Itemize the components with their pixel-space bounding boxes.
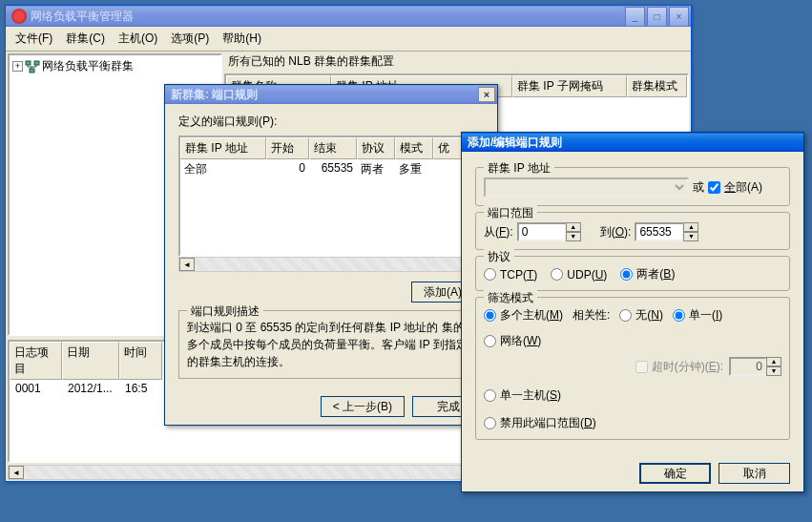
rule-cell-start: 0 [266,160,309,178]
col-mode[interactable]: 群集模式 [627,75,687,97]
aff-single-radio[interactable] [673,309,685,322]
rules-table: 群集 IP 地址 开始 结束 协议 模式 优 全部 0 65535 两者 多重 [178,136,484,257]
rules-scrollbar[interactable]: ◄ ► [178,257,484,272]
aff-none-radio[interactable] [619,309,632,322]
scroll-left-icon[interactable]: ◄ [179,258,195,271]
udp-radio[interactable] [551,268,563,281]
multi-host-radio[interactable] [484,309,496,322]
rule-cell-mode: 多重 [395,160,433,178]
single-label: 单一主机(S) [500,387,561,404]
aff-single-label: 单一(I) [689,307,722,324]
spin-up-icon[interactable]: ▲ [566,222,581,232]
multi-label: 多个主机(M) [500,307,563,324]
rule-cell-end: 65535 [309,160,357,178]
log-col-date[interactable]: 日期 [62,342,119,380]
port-rule-dialog: 添加/编辑端口规则 群集 IP 地址 或 全部(A) 端口范围 从(F): ▲▼… [461,132,804,492]
menu-options[interactable]: 选项(P) [165,29,215,49]
to-label: 到(O): [600,224,632,240]
spin-up-icon[interactable]: ▲ [683,222,698,232]
rules-col-ip[interactable]: 群集 IP 地址 [180,137,266,159]
main-titlebar[interactable]: 网络负载平衡管理器 _ □ × [6,6,691,27]
ip-legend: 群集 IP 地址 [484,160,554,177]
from-input[interactable] [517,222,567,241]
tcp-radio[interactable] [484,268,496,281]
menubar: 文件(F) 群集(C) 主机(O) 选项(P) 帮助(H) [6,27,691,52]
single-host-radio[interactable] [484,389,496,402]
to-spin[interactable]: ▲▼ [635,222,698,241]
cluster-ip-select[interactable] [484,177,689,198]
disable-range-radio[interactable] [484,417,496,429]
wizard-close-button[interactable]: × [478,87,495,102]
scroll-left-icon[interactable]: ◄ [9,466,24,479]
scroll-track[interactable] [195,258,468,271]
both-label: 两者(B) [636,266,675,282]
maximize-button[interactable]: □ [647,7,667,27]
aff-none-label: 无(N) [635,307,663,324]
svg-rect-2 [30,69,34,73]
wizard-title: 新群集: 端口规则 [171,87,478,103]
svg-rect-1 [34,61,39,65]
timeout-input [729,357,767,376]
spin-up-icon: ▲ [766,357,781,366]
log-col-time[interactable]: 时间 [119,342,162,380]
from-spin[interactable]: ▲▼ [517,222,581,241]
menu-file[interactable]: 文件(F) [10,29,58,49]
udp-label: UDP(U) [567,268,607,282]
desc-legend: 端口规则描述 [187,303,263,320]
defined-rules-label: 定义的端口规则(P): [178,114,484,130]
rules-col-start[interactable]: 开始 [266,137,309,159]
timeout-label: 超时(分钟)(E): [652,359,723,375]
config-label: 所有已知的 NLB 群集的群集配置 [224,52,691,72]
disable-label: 禁用此端口范围(D) [500,415,596,431]
from-label: 从(F): [484,224,513,240]
spin-down-icon[interactable]: ▼ [683,232,698,241]
svg-rect-0 [26,61,31,65]
filter-mode-group: 筛选模式 多个主机(M) 相关性: 无(N) 单一(I) 网络(W) 超时(分钟… [475,297,790,440]
menu-host[interactable]: 主机(O) [113,29,163,49]
rule-description-group: 端口规则描述 到达端口 0 至 65535 的定向到任何群集 IP 地址的 集的… [178,310,484,379]
rules-col-mode[interactable]: 模式 [395,137,433,159]
menu-cluster[interactable]: 群集(C) [60,29,111,49]
rule-cell-ip: 全部 [180,160,266,178]
to-input[interactable] [635,222,684,241]
ok-button[interactable]: 确定 [639,463,711,484]
tree-root-label: 网络负载平衡群集 [42,58,134,74]
port-rule-titlebar[interactable]: 添加/编辑端口规则 [462,133,803,152]
window-title: 网络负载平衡管理器 [31,9,625,25]
range-legend: 端口范围 [484,205,537,221]
timeout-checkbox [635,361,648,373]
filter-legend: 筛选模式 [484,290,537,306]
close-button[interactable]: × [669,7,689,27]
spin-down-icon: ▼ [766,366,781,376]
proto-legend: 协议 [484,249,514,265]
rules-col-end[interactable]: 结束 [309,137,357,159]
tree-expand-icon[interactable]: + [12,61,23,72]
aff-net-label: 网络(W) [500,333,541,349]
app-icon [11,9,27,24]
both-radio[interactable] [620,268,633,281]
port-rules-wizard: 新群集: 端口规则 × 定义的端口规则(P): 群集 IP 地址 开始 结束 协… [164,84,498,426]
tree-root[interactable]: + 网络负载平衡群集 [11,57,219,75]
back-button[interactable]: < 上一步(B) [321,396,405,417]
spin-down-icon[interactable]: ▼ [566,232,581,241]
cancel-button[interactable]: 取消 [718,463,790,484]
minimize-button[interactable]: _ [625,7,645,27]
aff-net-radio[interactable] [484,335,496,347]
desc-text: 到达端口 0 至 65535 的定向到任何群集 IP 地址的 集的多个成员中按每… [187,319,475,370]
menu-help[interactable]: 帮助(H) [217,29,267,49]
cluster-icon [25,60,40,73]
cluster-ip-group: 群集 IP 地址 或 全部(A) [475,167,790,206]
tcp-label: TCP(T) [500,268,537,282]
rules-col-proto[interactable]: 协议 [357,137,395,159]
wizard-titlebar[interactable]: 新群集: 端口规则 × [165,85,497,104]
col-mask[interactable]: 群集 IP 子网掩码 [512,75,627,97]
affinity-label: 相关性: [573,307,610,324]
log-cell-date: 2012/1... [64,381,121,396]
rules-body[interactable]: 全部 0 65535 两者 多重 [180,159,482,255]
rules-row[interactable]: 全部 0 65535 两者 多重 [180,159,482,179]
all-label: 全部(A) [724,179,762,196]
log-col-item[interactable]: 日志项目 [10,342,62,380]
port-rule-title: 添加/编辑端口规则 [468,135,802,151]
protocol-group: 协议 TCP(T) UDP(U) 两者(B) [475,256,790,291]
all-checkbox[interactable] [708,181,720,194]
